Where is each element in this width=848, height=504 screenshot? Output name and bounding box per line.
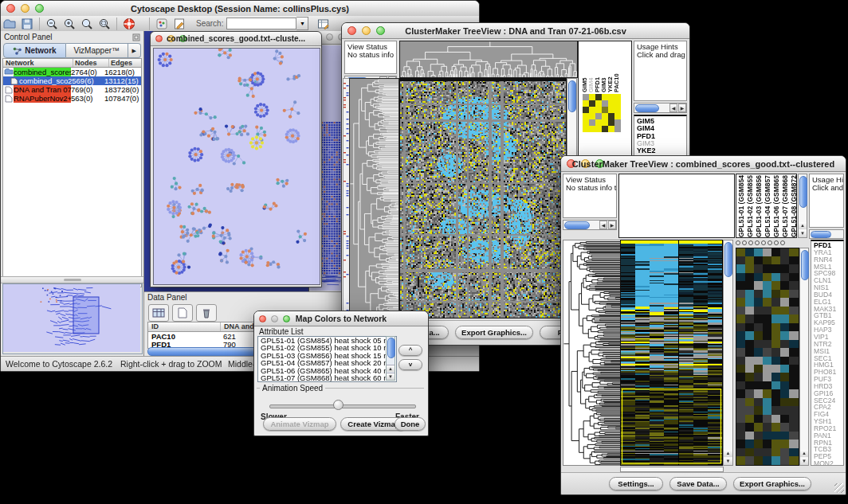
matrix-cell xyxy=(583,126,589,132)
column-sort-dot[interactable] xyxy=(780,240,785,245)
scroll-right-icon[interactable]: ▶ xyxy=(678,104,686,112)
network-row-combined-scores[interactable]: combined_scores_ 2764(0) 16218(0) xyxy=(3,68,141,76)
attribute-select-icon[interactable] xyxy=(148,304,169,322)
zoom-in-icon[interactable] xyxy=(61,17,78,31)
network-canvas-1[interactable] xyxy=(153,48,320,285)
column-sort-dot[interactable] xyxy=(742,240,747,245)
zoom-out-icon[interactable] xyxy=(43,17,61,31)
matrix-cell xyxy=(602,107,608,113)
column-sort-dot[interactable] xyxy=(736,240,740,245)
tv2-zoom-heatmap[interactable] xyxy=(736,248,799,466)
network-overview-canvas[interactable] xyxy=(3,284,140,352)
matrix-cell xyxy=(608,100,614,107)
tv2-labels-scrollbar[interactable]: ▲ ▼ xyxy=(798,174,807,238)
matrix-cell xyxy=(614,119,621,126)
scroll-up-icon[interactable]: ▲ xyxy=(799,222,807,229)
tv2-row-dendrogram[interactable] xyxy=(563,240,621,466)
column-sort-dot[interactable] xyxy=(774,240,779,245)
help-lifering-icon[interactable] xyxy=(120,17,138,31)
animate-vizmap-button[interactable]: Animate Vizmap xyxy=(263,417,336,431)
treeview2-title-bar[interactable]: ClusterMaker TreeView : combined_scores_… xyxy=(561,156,846,172)
tv1-heatmap[interactable] xyxy=(399,78,567,318)
scroll-up-icon[interactable]: ▲ xyxy=(724,450,732,457)
column-header[interactable]: Edges xyxy=(109,59,141,67)
tv2-hints-scrollbar[interactable] xyxy=(809,229,844,239)
matrix-cell xyxy=(595,126,602,132)
minimize-icon[interactable] xyxy=(326,33,333,41)
treeview1-title-bar[interactable]: ClusterMaker TreeView : DNA and Tran 07-… xyxy=(342,23,689,39)
network-view-window-1[interactable]: combined_scores_good.txt--cluste... xyxy=(150,31,322,287)
scroll-down-icon[interactable]: ▼ xyxy=(799,230,807,237)
network-window-title: combined_scores_good.txt--cluste... xyxy=(151,34,321,43)
scroll-right-icon[interactable]: ▶ xyxy=(608,221,616,229)
tv2-heatmap-vscrollbar[interactable]: ▲ ▼ xyxy=(723,240,733,466)
search-dropdown-icon[interactable]: ▼ xyxy=(296,17,308,30)
scroll-down-icon[interactable]: ▼ xyxy=(800,458,808,465)
export-graphics-button[interactable]: Export Graphics... xyxy=(455,326,533,339)
save-icon[interactable] xyxy=(18,17,36,31)
matrix-column-label: PAC10 xyxy=(613,46,619,92)
tv2-heatmap-hscrollbar[interactable] xyxy=(620,467,724,472)
float-panel-icon[interactable] xyxy=(132,30,140,45)
plugin-icon[interactable] xyxy=(153,17,171,31)
matrix-cell xyxy=(595,107,602,113)
export-graphics-button[interactable]: Export Graphics... xyxy=(733,477,811,490)
animation-speed-slider-thumb[interactable] xyxy=(333,400,344,410)
scroll-down-icon[interactable]: ▼ xyxy=(724,458,732,465)
save-data-button[interactable]: Save Data... xyxy=(669,477,727,490)
scroll-up-icon[interactable]: ▲ xyxy=(387,365,395,372)
network-row-combined-sco-selected[interactable]: combined_sco 2569(6) 13112(15) xyxy=(3,76,141,85)
done-button[interactable]: Done xyxy=(395,417,426,431)
main-title-bar[interactable]: Cytoscape Desktop (Session Name: collins… xyxy=(1,1,479,17)
dialog-title-bar[interactable]: Map Colors to Network xyxy=(254,311,428,326)
tv2-column-sort-dots[interactable] xyxy=(736,239,798,247)
tv2-zoom-vscrollbar[interactable]: ▲ ▼ xyxy=(799,248,809,466)
annotation-icon[interactable] xyxy=(171,17,188,31)
zoom-fit-icon[interactable] xyxy=(78,17,96,31)
resize-grip[interactable] xyxy=(834,483,844,493)
tab-network[interactable]: Network xyxy=(3,43,66,58)
scroll-up-icon[interactable]: ▲ xyxy=(800,450,808,457)
scroll-down-icon[interactable]: ▼ xyxy=(387,373,395,380)
move-down-button[interactable]: v xyxy=(398,359,422,370)
zoom-selected-icon[interactable] xyxy=(96,17,113,31)
search-input[interactable] xyxy=(226,18,296,29)
network-row-rnapuber[interactable]: RNAPuberNov2+ 563(0) 107847(0) xyxy=(3,94,141,103)
tv1-cluster-matrix[interactable] xyxy=(583,94,621,132)
column-sort-dot[interactable] xyxy=(768,240,772,245)
scroll-left-icon[interactable]: ◀ xyxy=(599,221,607,229)
network-overview-panel[interactable] xyxy=(2,283,143,354)
tab-overflow-icon[interactable]: ▶ xyxy=(128,43,141,58)
matrix-cell xyxy=(583,107,589,113)
settings-button[interactable]: Settings... xyxy=(609,477,663,490)
column-header[interactable]: ID xyxy=(148,322,221,331)
map-colors-dialog: Map Colors to Network Attribute List GPL… xyxy=(253,311,429,436)
matrix-cell xyxy=(602,94,608,100)
tv2-heatmap[interactable] xyxy=(620,240,724,466)
column-sort-dot[interactable] xyxy=(755,240,760,245)
gene-label[interactable]: MON2 xyxy=(811,460,843,466)
tv1-hints-scrollbar[interactable]: ◀ ▶ xyxy=(634,103,687,113)
tv2-column-dendrogram-area[interactable] xyxy=(618,174,735,238)
column-sort-dot[interactable] xyxy=(748,240,753,245)
attribute-listbox[interactable]: GPL51-01 (GSM854) heat shock 05 minGPL51… xyxy=(257,336,397,382)
panel-divider-handle[interactable] xyxy=(1,276,143,283)
array-column-label: GPL51-02 (GSM855) xyxy=(746,175,755,237)
scroll-left-icon[interactable]: ◀ xyxy=(669,104,677,112)
open-file-icon[interactable] xyxy=(1,17,18,31)
move-up-button[interactable]: ^ xyxy=(398,345,422,356)
tv1-column-dendrogram[interactable] xyxy=(399,41,578,78)
network-row-dna-tran[interactable]: DNA and Tran 07 769(0) 183728(0) xyxy=(3,85,141,94)
tv1-row-dendrogram[interactable] xyxy=(349,78,399,318)
tab-vizmapper[interactable]: VizMapper™ xyxy=(66,43,128,58)
attribute-list-scrollbar[interactable]: ▲ ▼ xyxy=(386,336,395,381)
tv1-usage-hints-panel: Usage Hints Click and drag tc xyxy=(634,41,687,101)
column-sort-dot[interactable] xyxy=(761,240,766,245)
column-header[interactable]: Nodes xyxy=(73,59,109,67)
attribute-item[interactable]: GPL51-07 (GSM868) heat shock 60 min xyxy=(258,374,396,381)
tv2-status-scrollbar[interactable]: ◀ ▶ xyxy=(563,220,617,230)
column-header[interactable]: Network xyxy=(3,59,73,67)
delete-attribute-icon[interactable] xyxy=(196,304,217,322)
new-attribute-icon[interactable] xyxy=(172,304,193,322)
attribute-browser-icon[interactable] xyxy=(315,17,332,31)
